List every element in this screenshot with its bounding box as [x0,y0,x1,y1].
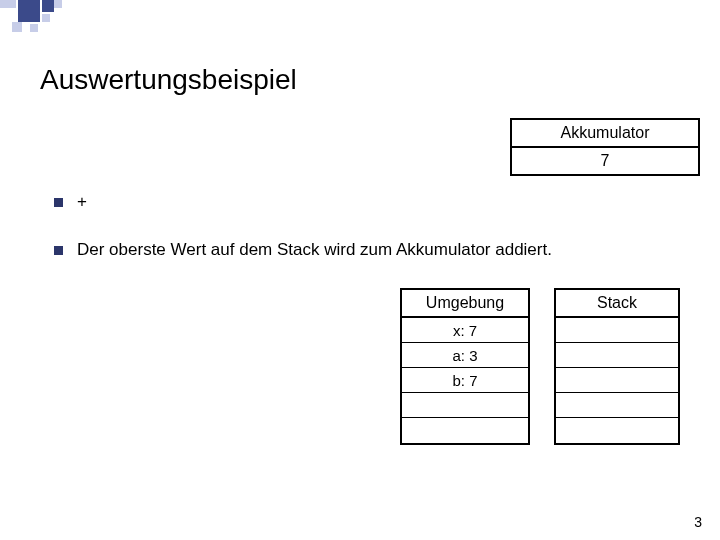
environment-header: Umgebung [402,290,528,318]
page-number: 3 [694,514,702,530]
table-row [556,418,678,443]
table-row [402,393,528,418]
table-row [556,318,678,343]
accumulator-header: Akkumulator [512,120,698,148]
slide: Auswertungsbeispiel Akkumulator 7 + Der … [0,0,720,540]
table-row [556,393,678,418]
bullet-text: Der oberste Wert auf dem Stack wird zum … [77,240,552,260]
accumulator-value: 7 [512,148,698,174]
stack-header: Stack [556,290,678,318]
bullet-item: + [54,192,674,212]
table-row [556,343,678,368]
slide-title: Auswertungsbeispiel [40,64,297,96]
bullet-list: + Der oberste Wert auf dem Stack wird zu… [54,192,674,288]
bullet-marker-icon [54,198,63,207]
stack-table: Stack [554,288,680,445]
tables-container: Umgebung x: 7 a: 3 b: 7 Stack [400,288,680,445]
table-row [556,368,678,393]
table-row: b: 7 [402,368,528,393]
bullet-marker-icon [54,246,63,255]
table-row: x: 7 [402,318,528,343]
table-row: a: 3 [402,343,528,368]
environment-table: Umgebung x: 7 a: 3 b: 7 [400,288,530,445]
bullet-text: + [77,192,87,212]
bullet-item: Der oberste Wert auf dem Stack wird zum … [54,240,674,260]
table-row [402,418,528,443]
accumulator-box: Akkumulator 7 [510,118,700,176]
